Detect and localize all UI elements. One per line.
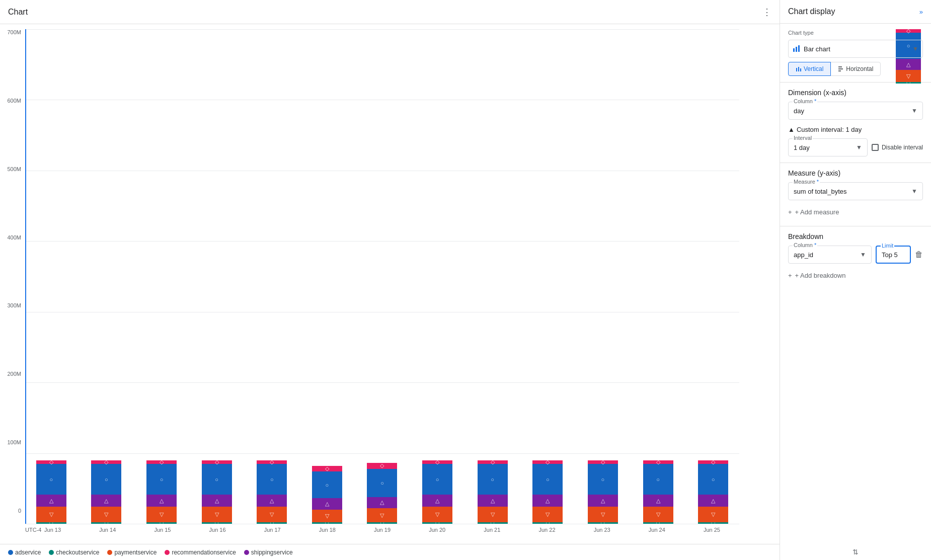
svg-rect-1 (796, 47, 797, 52)
bar-group: □▽△○◇ (467, 29, 519, 524)
expand-arrows-icon: ⇅ (852, 548, 859, 556)
bar-segment-pink: ◇ (202, 460, 232, 464)
bar-group: □▽△○◇ (246, 29, 298, 524)
breakdown-column-value: app_id (794, 251, 860, 259)
bar-segment-pink: ◇ (588, 460, 618, 464)
y-axis: 700M 600M 500M 400M 300M 200M 100M 0 (0, 29, 24, 514)
legend-item: recommendationservice (165, 549, 236, 556)
interval-label: Interval (793, 135, 813, 141)
x-label: Jun 20 (410, 527, 464, 533)
breakdown-row: Column app_id ▼ Limit Top 5 🗑 (788, 246, 923, 264)
bar-segment-blue: ○ (312, 471, 342, 498)
legend-dot (244, 550, 249, 555)
measure-select[interactable]: Measure sum of total_bytes ▼ (788, 182, 923, 200)
x-label: Jun 13 (25, 527, 80, 533)
bar-stack: □▽△○◇ (146, 460, 177, 524)
breakdown-column-select[interactable]: Column app_id ▼ (788, 246, 872, 264)
bar-segment-pink: ◇ (422, 460, 452, 464)
bar-segment-pink: ◇ (257, 460, 287, 464)
bar-segment-purple: △ (312, 498, 342, 509)
interval-arrow-icon: ▼ (856, 144, 862, 151)
bar-stack: □▽△○◇ (532, 460, 563, 524)
chart-type-value: Bar chart (804, 45, 912, 53)
bar-segment-orange: ▽ (698, 507, 728, 522)
x-label: Jun 14 (80, 527, 135, 533)
bar-segment-blue: ○ (643, 464, 673, 495)
bar-stack: □▽△○◇ (698, 460, 728, 524)
bar-group: □▽△○◇ (356, 29, 409, 524)
x-label: Jun 18 (300, 527, 355, 533)
y-label-500: 500M (7, 166, 21, 172)
limit-field[interactable]: Limit Top 5 (876, 246, 911, 264)
bar-group: □▽△○◇ (81, 29, 133, 524)
panel-title: Chart display (788, 7, 835, 16)
svg-rect-7 (838, 68, 843, 69)
interval-select[interactable]: Interval 1 day ▼ (788, 138, 868, 156)
y-label-400: 400M (7, 234, 21, 241)
bar-segment-blue: ○ (532, 464, 563, 495)
bar-segment-pink: ◇ (312, 466, 342, 471)
partial-bar-segment-teal: □ (896, 82, 921, 84)
vertical-label: Vertical (804, 65, 823, 72)
bar-segment-teal: □ (36, 522, 66, 524)
bar-segment-purple: △ (146, 495, 177, 507)
legend-item: checkoutservice (49, 549, 99, 556)
bar-segment-purple: △ (643, 495, 673, 507)
bar-segment-pink: ◇ (532, 460, 563, 464)
bar-segment-blue: ○ (478, 464, 508, 495)
add-breakdown-plus-icon: + (788, 272, 792, 279)
add-measure-plus-icon: + (788, 208, 792, 216)
x-label: Jun 19 (355, 527, 410, 533)
panel-expand-icon[interactable]: » (919, 8, 923, 16)
bar-segment-teal: □ (312, 522, 342, 524)
bar-stack: □▽△○◇ (367, 463, 397, 524)
add-measure-label: + Add measure (795, 208, 839, 216)
legend-dot (165, 550, 170, 555)
chart-type-select[interactable]: Bar chart ▼ (788, 40, 923, 58)
breakdown-column-label: Column (793, 242, 817, 248)
y-label-0: 0 (18, 508, 21, 514)
bar-segment-blue: ○ (367, 469, 397, 497)
bar-stack: □▽△○◇ (643, 460, 673, 524)
bar-segment-orange: ▽ (532, 507, 563, 522)
svg-rect-2 (798, 45, 800, 52)
chart-body: 700M 600M 500M 400M 300M 200M 100M 0 (0, 24, 780, 544)
measure-arrow-icon: ▼ (911, 188, 917, 195)
bar-segment-pink: ◇ (91, 460, 121, 464)
bar-stack: □▽△○◇ (202, 460, 232, 524)
partial-bar-segment-purple: △ (896, 59, 921, 70)
y-label-100: 100M (7, 439, 21, 445)
limit-label: Limit (881, 243, 894, 249)
svg-rect-3 (796, 68, 797, 71)
x-label: Jun 15 (135, 527, 190, 533)
chart-type-arrow-icon: ▼ (912, 45, 918, 52)
bar-segment-orange: ▽ (367, 508, 397, 522)
bar-segment-purple: △ (257, 495, 287, 507)
x-label: Jun 17 (245, 527, 300, 533)
bar-group: □▽△○◇ (521, 29, 574, 524)
bar-segment-purple: △ (91, 495, 121, 507)
bar-segment-purple: △ (202, 495, 232, 507)
bar-stack: □▽△○◇ (478, 460, 508, 524)
x-axis: UTC-4Jun 13Jun 14Jun 15Jun 16Jun 17Jun 1… (25, 525, 739, 539)
add-breakdown-label: + Add breakdown (795, 272, 846, 279)
panel-header: Chart display » (780, 0, 931, 24)
limit-value: Top 5 (882, 251, 898, 259)
bar-group: □▽△○◇ (135, 29, 188, 524)
bar-segment-orange: ▽ (146, 507, 177, 522)
bars-region: □▽△○◇□▽△○◇□▽△○◇□▽△○◇□▽△○◇□▽△○◇□▽△○◇□▽△○◇… (25, 29, 739, 524)
vertical-button[interactable]: Vertical (788, 62, 831, 76)
more-icon[interactable]: ⋮ (762, 7, 771, 18)
bar-chart-icon (793, 44, 801, 54)
interval-value: 1 day (794, 144, 856, 151)
svg-rect-6 (838, 66, 842, 67)
column-select[interactable]: Column day ▼ (788, 102, 923, 120)
bar-group: □▽△○◇ (632, 29, 684, 524)
bars-row: □▽△○◇□▽△○◇□▽△○◇□▽△○◇□▽△○◇□▽△○◇□▽△○◇□▽△○◇… (25, 29, 739, 524)
bar-group: □▽△○◇ (301, 29, 353, 524)
measure-label: Measure (793, 179, 820, 185)
bar-group: □▽△○◇ (577, 29, 629, 524)
bar-segment-orange: ▽ (36, 507, 66, 522)
bottom-expand-button[interactable]: ⇅ (780, 544, 931, 560)
bar-segment-teal: □ (643, 522, 673, 524)
